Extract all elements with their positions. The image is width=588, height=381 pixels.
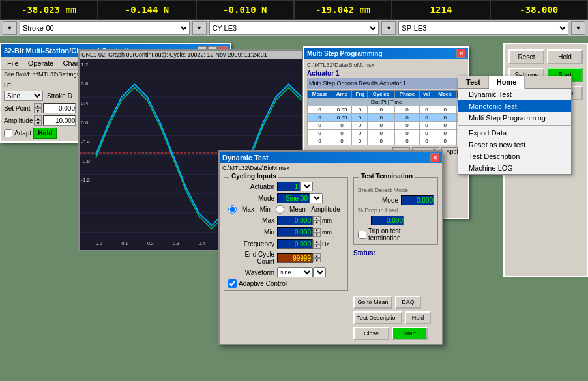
mode-select[interactable]: ▼ <box>310 193 323 203</box>
max-label: Max <box>228 217 277 224</box>
trip-label: Trip on test termination <box>368 227 434 242</box>
stroke-dropdown[interactable]: Stroke-00 <box>20 21 190 35</box>
ms-table: Measr Amp Frq Cycles Phase vel Mode T St… <box>307 90 465 145</box>
actuator-select[interactable]: ▼ <box>300 182 313 191</box>
expand-btn-3[interactable]: ▼ <box>571 21 585 35</box>
min-down[interactable]: ▼ <box>313 233 321 237</box>
measurement-cell-0: -38.023 mm <box>0 0 98 20</box>
freq-down[interactable]: ▼ <box>313 244 321 249</box>
mode-input[interactable] <box>277 193 310 203</box>
drop-load-input[interactable] <box>371 216 404 225</box>
cm-tab-home[interactable]: Home <box>489 76 525 89</box>
hold-button[interactable]: Hold <box>33 128 57 139</box>
adapt-checkbox[interactable] <box>4 129 12 137</box>
actuator-input[interactable] <box>277 182 300 191</box>
measurement-cell-4: 1214 <box>392 0 490 20</box>
min-up[interactable]: ▲ <box>313 228 321 233</box>
expand-btn-2[interactable]: ▼ <box>381 21 396 35</box>
min-input[interactable] <box>277 227 313 237</box>
svg-text:0.3: 0.3 <box>173 241 179 246</box>
measurement-cell-3: -19.042 mm <box>294 0 392 20</box>
le-label: LE: <box>4 82 76 89</box>
measurement-cell-5: -38.000 <box>490 0 588 20</box>
amplitude-input[interactable]: 10.000 <box>43 115 76 126</box>
cm-item-machine-log[interactable]: Machine LOG <box>458 162 571 174</box>
svg-text:0.2: 0.2 <box>147 241 154 246</box>
waveform-select[interactable]: Sine <box>4 91 43 101</box>
freq-label: Frequency <box>228 240 277 247</box>
hold-button-right[interactable]: Hold <box>547 49 583 64</box>
expand-btn-0[interactable]: ▼ <box>3 21 17 35</box>
cm-item-multistep[interactable]: Multi Step Programming <box>458 112 571 124</box>
cm-item-export[interactable]: Export Data <box>458 127 571 139</box>
dd-btn-row2: Test Description Hold <box>353 311 438 324</box>
break-detect-mode-label: Mode <box>358 197 401 204</box>
max-down[interactable]: ▼ <box>313 221 321 225</box>
waveform-dd-select[interactable]: sine <box>277 267 313 277</box>
dd-close-icon[interactable]: ✕ <box>430 153 439 162</box>
mean-amp-label: Mean - Amplitude <box>289 206 340 213</box>
waveform-dd-select2[interactable]: ▼ <box>313 267 326 277</box>
ms-col-cycles: Cycles <box>368 91 394 98</box>
amplitude-down[interactable]: ▼ <box>34 120 42 126</box>
trip-checkbox[interactable] <box>358 231 366 239</box>
adaptive-checkbox[interactable] <box>228 279 237 288</box>
max-up[interactable]: ▲ <box>313 216 321 221</box>
expand-btn-1[interactable]: ▼ <box>192 21 207 35</box>
radio-row: Max - Min Mean - Amplitude <box>228 205 344 214</box>
go-to-mean-btn[interactable]: Go to Mean <box>353 296 392 309</box>
max-row: Max ▲ ▼ mm <box>228 216 344 225</box>
max-min-radio[interactable] <box>228 205 237 214</box>
svg-text:0.4: 0.4 <box>199 241 205 246</box>
test-desc-btn[interactable]: Test Description <box>353 311 402 324</box>
cm-tab-test[interactable]: Test <box>458 76 489 88</box>
cm-item-reset-new[interactable]: Reset as new test <box>458 139 571 150</box>
start-dd-btn[interactable]: Start <box>392 327 428 340</box>
daq-btn[interactable]: DAQ <box>395 296 421 309</box>
ms-title: Multi Step Programming <box>307 50 383 57</box>
menu-file[interactable]: File <box>5 59 21 68</box>
actuator-label: Actuator <box>228 183 277 190</box>
ms-col-vel: vel <box>420 91 434 98</box>
freq-input[interactable] <box>277 239 313 249</box>
cm-item-test-desc[interactable]: Test Description <box>458 150 571 162</box>
setpoint-down[interactable]: ▼ <box>34 108 42 113</box>
dd-body: Cycling Inputs Actuator ▼ Mode ▼ Max - M… <box>220 173 442 344</box>
adaptive-row: Adaptive Control <box>228 279 344 288</box>
status-label: Status: <box>353 249 375 257</box>
max-input[interactable] <box>277 216 313 225</box>
setpoint-input[interactable]: 0.000 <box>43 103 76 113</box>
cm-item-monotonic-test[interactable]: Monotonic Test <box>458 100 571 112</box>
ms-col-amp: Amp <box>332 91 352 98</box>
cy-dropdown[interactable]: CY-LE3 <box>209 21 379 35</box>
setpoint-up[interactable]: ▲ <box>34 103 42 108</box>
mean-amp-radio[interactable] <box>276 205 284 214</box>
cm-separator <box>458 125 571 126</box>
setpoint-spin: ▲ ▼ <box>34 103 42 113</box>
reset-button[interactable]: Reset <box>508 49 544 64</box>
endcycle-up[interactable]: ▲ <box>313 253 321 258</box>
table-row: Stat Pt | Time <box>308 98 465 106</box>
amplitude-label: Amplitude <box>4 117 33 124</box>
graph-titlebar: UNL1-02: Graph 00(Continuous): Cycle: 10… <box>80 51 302 59</box>
menu-operate[interactable]: Operate <box>26 59 56 68</box>
trip-row: Trip on test termination <box>358 227 434 242</box>
amplitude-up[interactable]: ▲ <box>34 115 42 120</box>
hold-dd-btn[interactable]: Hold <box>405 311 431 324</box>
endcycle-down[interactable]: ▼ <box>313 258 321 262</box>
main-area: 32-Bit Multi-Station/Channel Controller … <box>0 36 588 381</box>
test-termination-title: Test Termination <box>359 173 415 180</box>
freq-spin: ▲ ▼ <box>313 240 321 249</box>
ms-content: C:\MTL32\Data\BioM.msx Actuator 1 Multi … <box>304 59 468 159</box>
break-detect-input[interactable] <box>401 195 434 205</box>
cm-item-dynamic-test[interactable]: Dynamic Test <box>458 89 571 100</box>
dd-title: Dynamic Test <box>222 154 269 162</box>
close-dd-btn[interactable]: Close <box>353 327 389 340</box>
freq-up[interactable]: ▲ <box>313 240 321 244</box>
waveform-dd-label: Waveform <box>228 269 277 276</box>
endcycle-input[interactable] <box>277 253 313 263</box>
sp-dropdown[interactable]: SP-LE3 <box>398 21 568 35</box>
max-min-label: Max - Min <box>242 206 271 213</box>
ms-close-btn[interactable]: ✕ <box>456 49 465 58</box>
drop-load-row <box>358 216 434 225</box>
